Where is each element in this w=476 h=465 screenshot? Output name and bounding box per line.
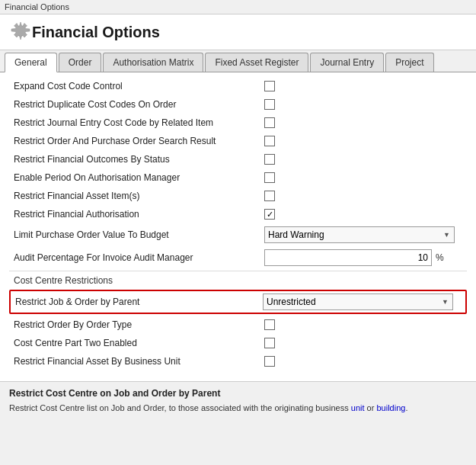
- checkbox-restrict-asset[interactable]: [264, 191, 275, 201]
- title-bar: Financial Options: [0, 0, 476, 14]
- option-label-enable-period: Enable Period On Authorisation Manager: [14, 172, 264, 183]
- option-control-restrict-financial-auth: [264, 209, 462, 220]
- option-label-restrict-dup: Restrict Duplicate Cost Codes On Order: [14, 99, 264, 110]
- checkbox-cost-centre-part-two[interactable]: [264, 338, 275, 348]
- option-control-restrict-dup: [264, 99, 462, 110]
- option-row-restrict-order-search: Restrict Order And Purchase Order Search…: [9, 132, 467, 150]
- gear-icon: [9, 21, 32, 43]
- checkbox-restrict-financial-asset-bu[interactable]: [264, 356, 275, 367]
- info-link-unit[interactable]: unit: [351, 403, 365, 412]
- option-control-restrict-financial-asset-bu: [264, 356, 462, 367]
- option-label-audit-pct: Audit Percentage For Invoice Audit Manag…: [14, 252, 264, 263]
- option-label-limit-purchase: Limit Purchase Order Value To Budget: [14, 229, 264, 240]
- number-input-wrapper-audit: %: [264, 249, 455, 266]
- option-label-restrict-journal: Restrict Journal Entry Cost Code by Rela…: [14, 117, 264, 128]
- option-row-restrict-asset: Restrict Financial Asset Item(s): [9, 187, 467, 205]
- option-control-limit-purchase: Hard Warning Soft Warning None: [264, 226, 462, 243]
- tab-journal[interactable]: Journal Entry: [310, 53, 384, 72]
- option-label-restrict-order-search: Restrict Order And Purchase Order Search…: [14, 136, 264, 146]
- title-bar-label: Financial Options: [5, 2, 69, 11]
- cost-centre-section-header: Cost Centre Restrictions: [9, 271, 467, 288]
- option-control-cost-centre-part-two: [264, 338, 462, 348]
- content-area: Expand Cost Code Control Restrict Duplic…: [0, 72, 476, 375]
- option-label-restrict-financial-outcomes: Restrict Financial Outcomes By Status: [14, 154, 264, 165]
- option-label-restrict-asset: Restrict Financial Asset Item(s): [14, 191, 264, 201]
- panel-header-title: Financial Options: [32, 24, 160, 41]
- info-panel-title: Restrict Cost Centre on Job and Order by…: [9, 388, 467, 399]
- option-control-restrict-order-search: [264, 136, 462, 146]
- option-row-audit-pct: Audit Percentage For Invoice Audit Manag…: [9, 246, 467, 269]
- info-link-building[interactable]: building: [376, 403, 405, 412]
- option-row-restrict-job-order: Restrict Job & Order by Parent Unrestric…: [9, 290, 467, 314]
- tab-project[interactable]: Project: [385, 53, 433, 72]
- tab-fixed-asset[interactable]: Fixed Asset Register: [205, 53, 308, 72]
- checkbox-expand-cost-code[interactable]: [264, 81, 275, 91]
- checkbox-enable-period[interactable]: [264, 172, 275, 183]
- option-control-restrict-order-type: [264, 319, 462, 330]
- tab-order[interactable]: Order: [59, 53, 102, 72]
- option-row-cost-centre-part-two: Cost Centre Part Two Enabled: [9, 334, 467, 352]
- select-limit-purchase[interactable]: Hard Warning Soft Warning None: [264, 226, 455, 243]
- option-row-restrict-financial-asset-bu: Restrict Financial Asset By Business Uni…: [9, 352, 467, 370]
- checkbox-restrict-journal[interactable]: [264, 117, 275, 128]
- option-label-expand-cost-code: Expand Cost Code Control: [14, 81, 264, 91]
- option-row-restrict-journal: Restrict Journal Entry Cost Code by Rela…: [9, 114, 467, 132]
- option-row-restrict-dup: Restrict Duplicate Cost Codes On Order: [9, 95, 467, 114]
- checkbox-restrict-financial-auth[interactable]: [264, 209, 275, 220]
- option-control-restrict-journal: [264, 117, 462, 128]
- checkbox-restrict-order-search[interactable]: [264, 136, 275, 146]
- select-restrict-job[interactable]: Unrestricted By Job Parent By Order Pare…: [263, 293, 453, 310]
- option-label-restrict-job-order: Restrict Job & Order by Parent: [15, 297, 263, 307]
- option-row-restrict-order-type: Restrict Order By Order Type: [9, 316, 467, 334]
- info-panel-text: Restrict Cost Centre list on Job and Ord…: [9, 402, 467, 415]
- option-control-restrict-financial-outcomes: [264, 154, 462, 165]
- tabs-bar: General Order Authorisation Matrix Fixed…: [0, 50, 476, 72]
- info-panel: Restrict Cost Centre on Job and Order by…: [0, 381, 476, 421]
- option-control-restrict-asset: [264, 191, 462, 201]
- checkbox-restrict-financial-outcomes[interactable]: [264, 154, 275, 165]
- panel-header: Financial Options: [0, 14, 476, 50]
- select-wrapper-restrict-job: Unrestricted By Job Parent By Order Pare…: [263, 293, 453, 310]
- option-row-limit-purchase: Limit Purchase Order Value To Budget Har…: [9, 223, 467, 246]
- checkbox-restrict-dup[interactable]: [264, 99, 275, 110]
- select-wrapper-limit-purchase: Hard Warning Soft Warning None: [264, 226, 455, 243]
- option-row-restrict-financial-outcomes: Restrict Financial Outcomes By Status: [9, 150, 467, 168]
- main-panel: Financial Options General Order Authoris…: [0, 14, 476, 421]
- option-row-restrict-financial-auth: Restrict Financial Authorisation: [9, 205, 467, 223]
- audit-pct-unit: %: [436, 252, 444, 263]
- option-row-expand-cost-code: Expand Cost Code Control: [9, 77, 467, 95]
- audit-pct-input[interactable]: [264, 249, 432, 266]
- option-control-audit-pct: %: [264, 249, 462, 266]
- checkbox-restrict-order-type[interactable]: [264, 319, 275, 330]
- tab-general[interactable]: General: [5, 53, 57, 72]
- option-control-restrict-job-order: Unrestricted By Job Parent By Order Pare…: [263, 293, 461, 310]
- option-label-cost-centre-part-two: Cost Centre Part Two Enabled: [14, 338, 264, 348]
- option-row-enable-period: Enable Period On Authorisation Manager: [9, 168, 467, 187]
- option-control-expand-cost-code: [264, 81, 462, 91]
- option-label-restrict-order-type: Restrict Order By Order Type: [14, 319, 264, 330]
- option-label-restrict-financial-auth: Restrict Financial Authorisation: [14, 209, 264, 220]
- tab-auth-matrix[interactable]: Authorisation Matrix: [103, 53, 203, 72]
- option-label-restrict-financial-asset-bu: Restrict Financial Asset By Business Uni…: [14, 356, 264, 367]
- option-control-enable-period: [264, 172, 462, 183]
